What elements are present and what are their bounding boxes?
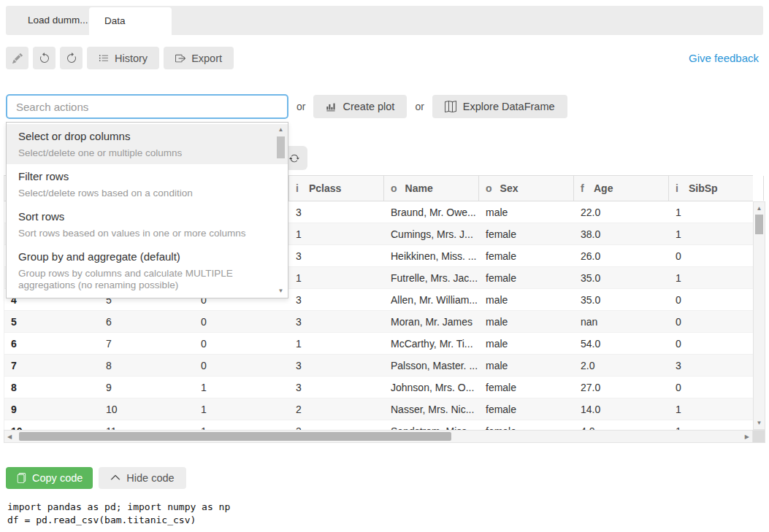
give-feedback-link[interactable]: Give feedback [689,52,759,64]
dropdown-item[interactable]: Group by and aggregate (default)Group ro… [7,244,288,296]
column-dtype: o [486,182,492,194]
table-cell: 0 [669,294,753,306]
map-icon [445,101,456,112]
table-cell: 3 [289,294,384,306]
table-cell: female [479,272,574,284]
column-name: SibSp [689,182,718,194]
dropdown-item-title: Select or drop columns [18,129,276,143]
table-cell: male [479,316,574,328]
table-row: 8913Johnson, Mrs. O...female27.00 [4,377,753,398]
dropdown-item[interactable]: Select or drop columnsSelect/delete one … [7,124,288,164]
table-cell: 1 [194,382,289,393]
actions-dropdown: Select or drop columnsSelect/delete one … [6,122,288,298]
export-button[interactable]: Export [164,47,234,69]
redo-button[interactable] [60,47,83,69]
table-cell: 10 [99,404,194,415]
dropdown-item-title: Filter rows [18,169,276,183]
table-cell: male [479,294,574,306]
row-index-cell: 9 [4,404,99,415]
table-cell: female [479,404,574,415]
table-cell: 26.0 [574,250,669,262]
table-cell: Allen, Mr. William... [384,294,479,306]
table-row: 7803Palsson, Master. ...male2.03 [4,355,753,377]
dropdown-scroll-down-icon[interactable]: ▼ [276,288,286,294]
table-header-cell[interactable]: oSex [479,176,574,201]
dropdown-scrollbar-thumb[interactable] [277,136,285,158]
table-cell: Johnson, Mrs. O... [384,382,479,393]
table-vertical-scrollbar[interactable]: ▲ ▼ [753,201,765,430]
create-plot-label: Create plot [343,101,394,112]
table-cell: 9 [99,382,194,393]
table-cell: 3 [289,316,384,328]
explore-dataframe-label: Explore DataFrame [463,101,555,112]
table-cell: 8 [99,360,194,371]
table-horizontal-scrollbar[interactable]: ◀ ▶ [4,430,753,443]
row-index-cell: 7 [4,360,99,371]
table-cell: 35.0 [574,294,669,306]
export-button-label: Export [191,53,222,64]
table-cell: 3 [289,382,384,393]
column-dtype: o [391,182,397,194]
table-cell: Nasser, Mrs. Nic... [384,404,479,415]
table-row: 101113Sandstrom, Miss...female4.01 [4,420,753,430]
table-cell: 6 [99,316,194,328]
history-list-icon [99,53,109,63]
bar-chart-icon [326,101,336,112]
column-name: Name [405,182,433,194]
vertical-scrollbar-thumb[interactable] [755,215,763,234]
redo-icon [66,53,77,64]
code-actions: Copy code Hide code [6,467,186,489]
table-header-cell[interactable]: iPclass [289,176,384,201]
table-header-cell[interactable]: oName [384,176,479,201]
table-cell: 1 [669,228,753,240]
table-header-cell[interactable]: fAge [574,176,669,201]
table-cell: nan [574,316,669,328]
table-cell: 1 [289,338,384,350]
scroll-down-icon[interactable]: ▼ [754,420,765,426]
table-cell: Heikkinen, Miss. ... [384,250,479,262]
dropdown-scroll-up-icon[interactable]: ▲ [276,126,286,133]
search-row: or Create plot or Explore DataFrame [6,94,567,119]
table-row: 6701McCarthy, Mr. Ti...male54.00 [4,333,753,355]
copy-code-button[interactable]: Copy code [6,467,93,489]
table-cell: 1 [669,207,753,218]
column-name: Pclass [309,182,341,194]
table-cell: 7 [99,338,194,350]
table-cell: 1 [289,228,384,240]
undo-button[interactable] [33,47,56,69]
explore-dataframe-button[interactable]: Explore DataFrame [432,95,567,118]
table-cell: male [479,338,574,350]
scroll-up-icon[interactable]: ▲ [754,205,765,212]
table-cell: female [479,382,574,393]
table-cell: 22.0 [574,207,669,218]
tab-data[interactable]: Data [89,7,172,42]
table-cell: McCarthy, Mr. Ti... [384,338,479,350]
tab-load-dummy[interactable]: Load dumm... [28,6,88,35]
table-header-cell[interactable]: iSibSp [669,176,764,201]
table-cell: 1 [669,272,753,284]
search-actions-input[interactable] [6,94,288,119]
table-cell: 0 [194,338,289,350]
table-cell: 3 [289,250,384,262]
dropdown-item[interactable]: Sort rowsSort rows beased on values in o… [7,204,288,244]
or-text-1: or [296,101,305,112]
table-cell: Cumings, Mrs. J... [384,228,479,240]
table-cell: 38.0 [574,228,669,240]
table-cell: 1 [194,404,289,415]
history-button[interactable]: History [87,47,159,69]
scroll-left-icon[interactable]: ◀ [7,433,12,440]
edit-button[interactable] [6,47,28,69]
scroll-right-icon[interactable]: ▶ [745,433,749,440]
table-cell: Futrelle, Mrs. Jac... [384,272,479,284]
tab-bar: Load dumm... Data [6,6,763,35]
horizontal-scrollbar-thumb[interactable] [19,432,451,441]
table-cell: 1 [669,404,753,415]
tab-data-label: Data [104,7,126,35]
dropdown-item[interactable]: Filter rowsSelect/delete rows based on a… [7,164,288,204]
hide-code-button[interactable]: Hide code [99,467,185,489]
column-name: Sex [500,182,519,194]
row-index-cell: 5 [4,316,99,328]
create-plot-button[interactable]: Create plot [313,95,407,118]
column-dtype: i [676,182,681,194]
table-cell: Palsson, Master. ... [384,360,479,371]
